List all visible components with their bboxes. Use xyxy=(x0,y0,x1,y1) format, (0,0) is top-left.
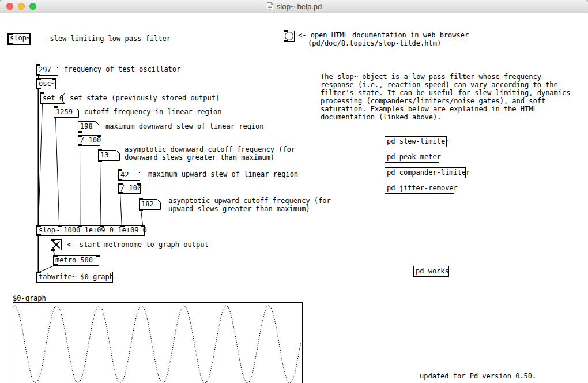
comment-set-state: set state (previously stored output) xyxy=(70,94,220,102)
outlet-nub xyxy=(139,209,143,211)
inlet-nub xyxy=(78,225,82,227)
inlet-nub xyxy=(40,92,44,94)
inlet-nub xyxy=(37,78,41,80)
subpatch-jitter-remover[interactable]: pd jitter-remover xyxy=(385,183,454,194)
connection-cord xyxy=(120,193,122,226)
number-max-down-slew[interactable]: 198 xyxy=(78,121,99,132)
inlet-nub xyxy=(52,78,56,80)
number-cutoff-linear[interactable]: 1259 xyxy=(54,107,79,118)
number-test-freq[interactable]: 297 xyxy=(36,65,58,76)
connection-cord xyxy=(56,117,59,226)
inlet-nub xyxy=(100,225,104,227)
comment-start-metro: <- start metronome to graph output xyxy=(67,241,209,249)
minimize-button[interactable] xyxy=(18,3,25,10)
outlet-nub xyxy=(9,43,13,44)
object-slop-filter[interactable]: slop~ 1000 1e+09 0 1e+09 0 xyxy=(36,225,145,236)
object-slop-main[interactable]: slop~ xyxy=(7,33,31,45)
outlet-nub xyxy=(37,234,41,236)
inlet-nub xyxy=(54,106,58,108)
inlet-nub xyxy=(120,225,125,227)
object-div100-up[interactable]: / 100 xyxy=(118,183,141,194)
outlet-nub xyxy=(36,74,40,76)
inlet-nub xyxy=(97,135,101,137)
inlet-nub xyxy=(36,64,40,66)
outlet-nub xyxy=(98,160,102,162)
toggle-metronome[interactable] xyxy=(51,239,62,250)
connection-cord xyxy=(39,103,43,226)
outlet-nub xyxy=(119,192,123,194)
object-tabwrite[interactable]: tabwrite~ $0-graph xyxy=(36,272,113,283)
bang-open-docs[interactable] xyxy=(284,31,295,42)
inlet-nub xyxy=(284,30,288,32)
graph-label: $0-graph xyxy=(13,294,46,302)
inlet-nub xyxy=(98,149,102,151)
array-graph[interactable] xyxy=(13,302,303,383)
window-title-group: slop~-help.pd xyxy=(266,2,322,11)
comment-open-docs-line1: <- open HTML documentation in web browse… xyxy=(298,31,469,39)
inlet-nub xyxy=(118,169,122,171)
outlet-nub xyxy=(40,103,44,104)
outlet-nub xyxy=(284,40,288,42)
outlet-nub xyxy=(78,144,82,146)
comment-open-docs-line2: (pd/doc/8.topics/slop-tilde.htm) xyxy=(308,39,441,47)
inlet-nub xyxy=(141,225,145,227)
number-asym-down-cutoff[interactable]: 13 xyxy=(98,150,120,161)
object-osc[interactable]: osc~ xyxy=(36,78,56,89)
inlet-nub xyxy=(37,225,41,227)
comment-max-up-slew: maximum upward slew of linear region xyxy=(148,170,298,178)
pd-file-icon xyxy=(266,2,274,11)
object-metro[interactable]: metro 500 xyxy=(53,255,99,266)
outlet-nub xyxy=(51,249,55,251)
inlet-nub xyxy=(119,183,123,185)
outlet-nub xyxy=(37,88,41,89)
inlet-nub xyxy=(58,225,62,227)
sine-waveform xyxy=(13,306,301,383)
subpatch-works[interactable]: pd works xyxy=(413,266,449,277)
comment-cutoff-linear: cutoff frequency in linear region xyxy=(84,108,221,116)
connection-cord xyxy=(141,209,143,226)
inlet-nub xyxy=(9,33,13,35)
titlebar: slop~-help.pd xyxy=(0,0,588,13)
patch-canvas: slop~297osc~set 01259198/ 1001342/ 10018… xyxy=(0,13,588,383)
outlet-nub xyxy=(78,131,82,133)
outlet-nub xyxy=(54,264,58,266)
comment-description: The slop~ object is a low-pass filter wh… xyxy=(321,73,570,121)
bang-circle-icon xyxy=(285,32,293,40)
object-div100-down[interactable]: / 100 xyxy=(78,135,100,146)
inlet-nub xyxy=(137,183,141,185)
comment-updated: updated for Pd version 0.50. xyxy=(420,372,536,380)
traffic-lights xyxy=(6,0,36,13)
inlet-nub xyxy=(139,198,143,200)
outlet-nub xyxy=(54,117,58,118)
number-asym-up-cutoff[interactable]: 182 xyxy=(139,199,161,210)
comment-main-desc: - slew-limiting low-pass filter xyxy=(42,35,171,43)
inlet-nub xyxy=(54,255,58,257)
number-max-up-slew[interactable]: 42 xyxy=(118,170,140,181)
comment-asym-up-cutoff: asymptotic upward cutoff frequency (for … xyxy=(168,197,331,213)
zoom-button[interactable] xyxy=(29,3,36,10)
inlet-nub xyxy=(51,239,55,241)
inlet-nub xyxy=(78,121,82,122)
message-set-state[interactable]: set 0 xyxy=(40,93,65,104)
window-title: slop~-help.pd xyxy=(277,2,322,11)
inlet-nub xyxy=(96,255,100,257)
comment-asym-down-cutoff: asymptotic downward cutoff frequency (fo… xyxy=(125,145,295,162)
comment-max-down-slew: maximum downward slew of linear region xyxy=(105,122,264,130)
close-button[interactable] xyxy=(6,3,13,10)
pd-window: slop~-help.pd slop~297osc~set 01259198/ … xyxy=(0,0,588,383)
subpatch-slew-limiter[interactable]: pd slew-limiter xyxy=(385,136,447,147)
subpatch-compander-limiter[interactable]: pd compander-limiter xyxy=(385,167,466,178)
inlet-nub xyxy=(37,272,41,273)
outlet-nub xyxy=(118,179,122,181)
inlet-nub xyxy=(78,135,82,137)
subpatch-peak-meter[interactable]: pd peak-meter xyxy=(385,152,439,163)
comment-test-freq: frequency of test oscillator xyxy=(64,65,180,73)
connection-cord xyxy=(100,160,101,226)
